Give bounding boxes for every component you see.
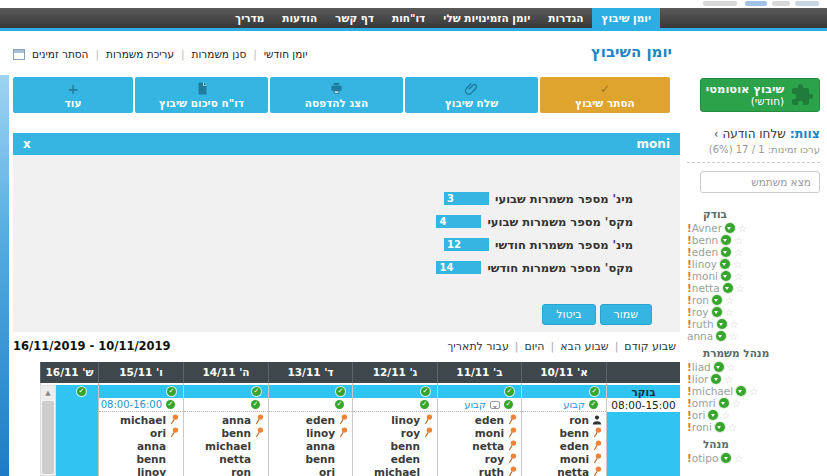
assigned-icon[interactable] bbox=[251, 400, 260, 409]
employee-row[interactable]: eden bbox=[353, 452, 437, 465]
employee-row[interactable]: michael bbox=[99, 413, 183, 426]
star-icon[interactable]: ☆ bbox=[736, 283, 745, 294]
day-header-0[interactable]: א' 10/11 bbox=[521, 362, 606, 383]
add-shift-icon[interactable] bbox=[421, 387, 430, 396]
auto-assign-button[interactable]: שיבוץ אוטומטי (חודשי) bbox=[700, 78, 820, 112]
employee-row[interactable]: eden bbox=[269, 413, 352, 426]
hide-assignment-button[interactable]: ✓ הסתר שיבוץ bbox=[540, 77, 670, 113]
shift-info-cell[interactable]: 08:00-16:00 bbox=[99, 398, 183, 412]
employee-row[interactable]: moni bbox=[438, 426, 521, 439]
employee-row[interactable]: anna bbox=[269, 439, 352, 452]
employee-row[interactable]: linoy bbox=[269, 426, 352, 439]
user-row[interactable]: roni!☆ bbox=[687, 421, 820, 433]
user-row[interactable]: omri!☆ bbox=[687, 397, 820, 409]
availability-toggle-icon[interactable] bbox=[13, 49, 25, 60]
assigned-icon[interactable] bbox=[504, 400, 513, 409]
user-row[interactable]: lior!☆ bbox=[687, 373, 820, 385]
employee-row[interactable]: ron bbox=[184, 465, 268, 476]
cancel-button[interactable]: ביטול bbox=[542, 304, 595, 325]
star-icon[interactable]: ☆ bbox=[733, 259, 742, 270]
user-row[interactable]: michael!☆ bbox=[687, 385, 820, 397]
feedback-edge-tab[interactable] bbox=[0, 75, 9, 476]
close-icon[interactable]: x bbox=[23, 133, 31, 155]
employee-row[interactable]: ori bbox=[99, 426, 183, 439]
subheader-link-1[interactable]: סנן משמרות bbox=[192, 48, 247, 60]
employee-row[interactable]: anna bbox=[99, 439, 183, 452]
team-label[interactable]: צוות: bbox=[790, 126, 820, 141]
field-value-box[interactable]: 14 bbox=[436, 261, 481, 274]
user-row[interactable]: anna☆ bbox=[687, 330, 820, 342]
employee-row[interactable]: eden bbox=[438, 413, 521, 426]
print-view-button[interactable]: הצג להדפסה bbox=[270, 77, 403, 113]
employee-row[interactable]: benn bbox=[269, 452, 352, 465]
user-row[interactable]: ron!☆ bbox=[687, 294, 820, 306]
employee-row[interactable]: anna bbox=[184, 413, 268, 426]
user-row[interactable]: linoy!☆ bbox=[687, 258, 820, 270]
save-button[interactable]: שמור bbox=[600, 304, 652, 325]
day-header-6[interactable]: ש' 16/11 bbox=[40, 362, 98, 383]
day-header-2[interactable]: ג' 12/11 bbox=[352, 362, 437, 383]
user-row[interactable]: roy!☆ bbox=[687, 306, 820, 318]
more-button[interactable]: + עוד bbox=[13, 77, 133, 113]
nav-item-1[interactable]: הגדרות bbox=[539, 8, 592, 28]
day-header-1[interactable]: ב' 11/11 bbox=[437, 362, 521, 383]
employee-row[interactable]: moni bbox=[522, 452, 606, 465]
add-shift-icon[interactable] bbox=[590, 387, 599, 396]
user-row[interactable]: ruth!☆ bbox=[687, 318, 820, 330]
star-icon[interactable]: ☆ bbox=[724, 374, 733, 385]
star-icon[interactable]: ☆ bbox=[728, 422, 737, 433]
shift-info-cell[interactable]: קבוע bbox=[522, 398, 606, 412]
star-icon[interactable]: ☆ bbox=[725, 295, 734, 306]
scroll-thumb[interactable] bbox=[42, 401, 54, 474]
star-icon[interactable]: ☆ bbox=[734, 235, 743, 246]
user-row[interactable]: otipo!☆ bbox=[687, 452, 820, 464]
star-icon[interactable]: ☆ bbox=[721, 410, 730, 421]
shift-info-cell[interactable] bbox=[353, 398, 437, 412]
add-shift-icon[interactable] bbox=[336, 387, 345, 396]
employee-row[interactable]: netta bbox=[522, 465, 606, 476]
subheader-link-2[interactable]: עריכת משמרות bbox=[106, 48, 174, 60]
find-user-input[interactable] bbox=[700, 171, 820, 193]
employee-row[interactable]: ruth bbox=[438, 465, 521, 476]
employee-row[interactable]: michael bbox=[184, 439, 268, 452]
star-icon[interactable]: ☆ bbox=[725, 307, 734, 318]
nav-item-0[interactable]: יומן שיבוץ bbox=[592, 8, 660, 28]
send-assignment-button[interactable]: שלח שיבוץ bbox=[405, 77, 538, 113]
assigned-icon[interactable] bbox=[589, 400, 598, 409]
employee-row[interactable]: michael bbox=[353, 465, 437, 476]
user-row[interactable]: moni!☆ bbox=[687, 270, 820, 282]
star-icon[interactable]: ☆ bbox=[734, 453, 743, 464]
field-value-box[interactable]: 3 bbox=[444, 192, 489, 205]
add-shift-icon[interactable] bbox=[77, 387, 86, 396]
star-icon[interactable]: ☆ bbox=[738, 223, 747, 234]
user-row[interactable]: ori!☆ bbox=[687, 409, 820, 421]
employee-row[interactable]: netta bbox=[438, 439, 521, 452]
employee-row[interactable]: ron bbox=[522, 413, 606, 426]
star-icon[interactable]: ☆ bbox=[730, 319, 739, 330]
assigned-icon[interactable] bbox=[420, 400, 429, 409]
star-icon[interactable]: ☆ bbox=[729, 331, 738, 342]
week-nav-link-0[interactable]: שבוע קודם bbox=[624, 340, 676, 353]
employee-row[interactable]: linoy bbox=[99, 465, 183, 476]
week-nav-link-3[interactable]: עבור לתאריך bbox=[447, 340, 508, 353]
user-row[interactable]: netta!☆ bbox=[687, 282, 820, 294]
employee-row[interactable]: benn bbox=[522, 426, 606, 439]
send-message-link[interactable]: שלחו הודעה bbox=[722, 127, 785, 141]
star-icon[interactable]: ☆ bbox=[749, 386, 758, 397]
day-header-5[interactable]: ו' 15/11 bbox=[98, 362, 183, 383]
assigned-icon[interactable] bbox=[335, 400, 344, 409]
nav-item-6[interactable]: מדריך bbox=[226, 8, 273, 28]
user-row[interactable]: benn!☆ bbox=[687, 234, 820, 246]
nav-item-5[interactable]: הודעות bbox=[273, 8, 326, 28]
subheader-link-3[interactable]: הסתר זמינים bbox=[32, 48, 88, 60]
employee-row[interactable]: eden bbox=[522, 439, 606, 452]
nav-item-3[interactable]: דו"חות bbox=[383, 8, 434, 28]
add-shift-icon[interactable] bbox=[252, 387, 261, 396]
nav-item-4[interactable]: דף קשר bbox=[326, 8, 383, 28]
employee-row[interactable]: netta bbox=[184, 452, 268, 465]
employee-row[interactable]: benn bbox=[184, 426, 268, 439]
week-nav-link-1[interactable]: שבוע הבא bbox=[560, 340, 608, 353]
employee-row[interactable]: ori bbox=[269, 465, 352, 476]
chevron-left-icon[interactable]: ‹ bbox=[714, 127, 719, 141]
add-shift-icon[interactable] bbox=[167, 387, 176, 396]
